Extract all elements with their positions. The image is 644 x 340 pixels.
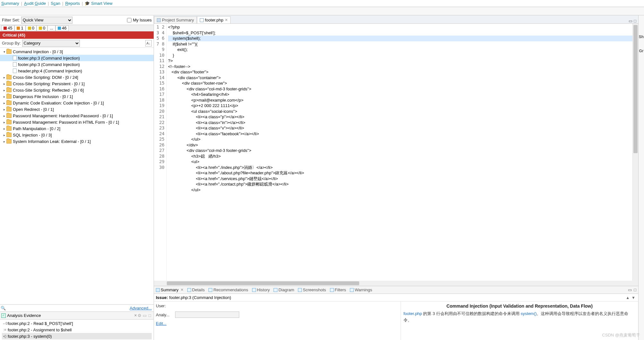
tree-category[interactable]: ▸Password Management: Hardcoded Password… — [0, 112, 154, 119]
tab-project-summary[interactable]: Project Summary — [154, 16, 197, 23]
my-issues-checkbox[interactable] — [127, 18, 131, 22]
advanced-link[interactable]: Advanced... — [130, 306, 152, 311]
folder-icon — [6, 139, 12, 144]
tab-icon — [252, 288, 256, 292]
watermark: CSDN @燕麦葡萄干 — [602, 332, 640, 338]
next-issue-icon[interactable]: ▼ — [631, 295, 635, 300]
minimize-icon[interactable]: ▭ — [628, 287, 632, 292]
minimize-icon[interactable]: ▭ — [629, 19, 632, 23]
menubar: Summary | Audit Guide | Scan | Reports |… — [0, 0, 644, 7]
tab-icon — [274, 288, 277, 292]
bottom-tab-recommendations[interactable]: Recommendations — [207, 287, 250, 293]
tree-category[interactable]: ▸System Information Leak: External - [0 … — [0, 138, 154, 145]
analy-field[interactable] — [175, 311, 239, 318]
bottom-tab-screenshots[interactable]: Screenshots — [296, 287, 328, 293]
close-icon[interactable]: ✕ — [181, 288, 183, 292]
folder-icon — [6, 101, 12, 105]
minimize-icon[interactable]: ▭ — [142, 313, 147, 318]
right-sidebar: Sh Gr — [638, 15, 644, 340]
severity-high[interactable]: 1 — [14, 25, 25, 31]
menu-smartview[interactable]: Smart View — [91, 1, 112, 6]
search-icon: 🔍 — [0, 306, 6, 311]
analy-label: Analy... — [156, 312, 175, 317]
search-input[interactable] — [6, 305, 128, 311]
severity-more[interactable]: ... — [47, 25, 55, 31]
user-label: User: — [156, 303, 175, 308]
tree-category[interactable]: ▸SQL Injection - [0 / 3] — [0, 132, 154, 138]
maximize-icon[interactable]: □ — [634, 287, 636, 292]
folder-icon — [6, 133, 12, 137]
tab-icon — [298, 288, 302, 292]
description-body: footer.php 的第 3 行会利用由不可信赖的数据构建的命令来调用 sys… — [403, 311, 636, 323]
tree-category[interactable]: ▸Dynamic Code Evaluation: Code Injection… — [0, 100, 154, 106]
prev-issue-icon[interactable]: ▲ — [626, 295, 630, 300]
tab-icon — [200, 18, 204, 22]
sidebar-gr[interactable]: Gr — [639, 49, 643, 53]
tree-category[interactable]: ▸Path Manipulation - [0 / 2] — [0, 125, 154, 132]
tree-item[interactable]: footer.php:3 (Command Injection) — [0, 61, 154, 68]
folder-icon — [6, 113, 12, 118]
evidence-item[interactable]: ↔0footer.php:2 - Read $_POST['shell'] — [2, 320, 152, 327]
filter-set-label: Filter Set: — [2, 18, 20, 22]
maximize-icon[interactable]: □ — [634, 19, 636, 23]
vertical-scrollbar[interactable] — [632, 24, 638, 281]
tab-footer-php[interactable]: footer.php ✕ — [197, 16, 231, 23]
tree-category[interactable]: ▸Cross-Site Scripting: DOM - [0 / 24] — [0, 74, 154, 80]
tab-icon — [187, 288, 191, 292]
bottom-tab-history[interactable]: History — [250, 287, 272, 293]
issue-tree[interactable]: ▾Command Injection - [0 / 3]footer.php:3… — [0, 48, 154, 304]
tab-icon — [156, 288, 160, 292]
bottom-tab-summary[interactable]: Summary✕ — [154, 287, 185, 293]
evidence-title: Analysis Evidence — [7, 313, 133, 318]
file-icon — [13, 69, 17, 73]
filter-set-select[interactable]: Quick View — [21, 17, 72, 24]
evidence-icon: ✓ — [1, 313, 6, 318]
tab-icon — [157, 18, 161, 22]
severity-medium[interactable]: 0 — [26, 25, 37, 31]
menu-summary[interactable]: Summary — [1, 1, 19, 6]
code-editor[interactable]: <?php $shell=$_POST['shell']; system($sh… — [167, 24, 632, 281]
sort-button[interactable]: A↓ — [145, 40, 152, 46]
bottom-tab-filters[interactable]: Filters — [328, 287, 348, 293]
menu-scan[interactable]: Scan — [51, 1, 60, 6]
folder-icon — [6, 75, 12, 79]
description-title: Command Injection (Input Validation and … — [403, 303, 636, 309]
close-icon[interactable]: ✕ — [225, 18, 228, 22]
menu-reports[interactable]: Reports — [65, 1, 80, 6]
tab-icon — [330, 288, 334, 292]
tree-category[interactable]: ▾Command Injection - [0 / 3] — [0, 48, 154, 55]
evidence-item[interactable]: :=footer.php:2 - Assignment to $shell — [2, 327, 152, 333]
tree-category[interactable]: ▸Cross-Site Scripting: Reflected - [0 / … — [0, 87, 154, 93]
severity-critical[interactable]: 45 — [1, 25, 14, 31]
tab-icon — [350, 288, 354, 292]
severity-info[interactable]: 46 — [55, 25, 69, 31]
menu-audit[interactable]: Audit Guide — [24, 1, 46, 6]
maximize-icon[interactable]: □ — [147, 313, 152, 318]
issue-value: footer.php:3 (Command Injection) — [169, 295, 231, 300]
bottom-tab-details[interactable]: Details — [185, 287, 207, 293]
groupby-label: Group By: — [2, 41, 21, 46]
severity-low[interactable]: 0 — [37, 25, 47, 31]
line-gutter: 1 2 3 4 5 6 7 8 9 10 11 12 13 14 15 16 1… — [154, 24, 167, 281]
tree-category[interactable]: ▸Cross-Site Scripting: Persistent - [0 /… — [0, 80, 154, 87]
toolbar-strip — [0, 7, 644, 15]
file-icon — [13, 62, 17, 67]
tree-category[interactable]: ▸Password Management: Password in HTML F… — [0, 119, 154, 125]
tree-item[interactable]: header.php:4 (Command Injection) — [0, 68, 154, 74]
evidence-item[interactable]: •()footer.php:3 - system(0) — [2, 333, 152, 339]
horizontal-scrollbar[interactable] — [154, 281, 638, 286]
tab-icon — [208, 288, 212, 292]
bottom-tab-diagram[interactable]: Diagram — [272, 287, 296, 293]
bottom-tab-warnings[interactable]: Warnings — [348, 287, 374, 293]
my-issues-label: My Issues — [133, 18, 152, 22]
sidebar-sh[interactable]: Sh — [639, 35, 644, 39]
folder-icon — [6, 88, 12, 92]
tree-category[interactable]: ▸Dangerous File Inclusion - [0 / 1] — [0, 93, 154, 100]
evidence-tool-1[interactable]: ⚙ — [137, 313, 142, 318]
folder-icon — [6, 49, 12, 54]
tree-category[interactable]: ▸Open Redirect - [0 / 1] — [0, 106, 154, 112]
groupby-select[interactable]: Category — [22, 40, 80, 47]
close-icon[interactable]: ✕ — [134, 313, 137, 318]
edit-link[interactable]: Edit... — [156, 321, 166, 326]
tree-item[interactable]: footer.php:3 (Command Injection) — [0, 55, 154, 61]
